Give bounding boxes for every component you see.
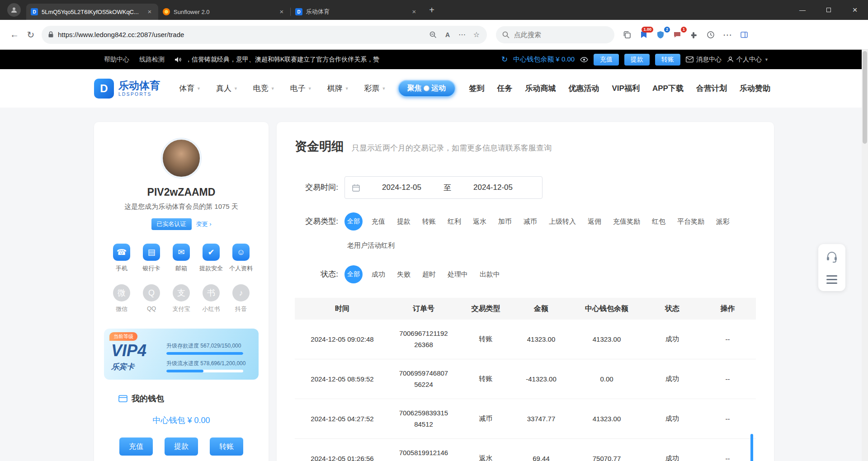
status-chip-processing[interactable]: 处理中 xyxy=(445,268,471,281)
site-logo[interactable]: D 乐动体育 LDSPORTS xyxy=(94,79,160,99)
maximize-button[interactable] xyxy=(816,0,842,20)
nav-link-signin[interactable]: 签到 xyxy=(469,83,485,94)
type-chip-deposit-reward[interactable]: 充值奖励 xyxy=(610,216,643,228)
time-filter-label: 交易时间: xyxy=(295,179,338,197)
type-chip-rebate[interactable]: 返水 xyxy=(470,216,489,228)
refresh-icon[interactable]: ↻ xyxy=(23,27,39,43)
extensions-puzzle-icon[interactable] xyxy=(686,27,702,43)
feature-phone[interactable]: ☎ 手机 xyxy=(108,244,136,273)
nav-link-mall[interactable]: 乐动商城 xyxy=(525,83,556,94)
nav-link-tasks[interactable]: 任务 xyxy=(497,83,513,94)
shield-extension-icon[interactable]: 2 xyxy=(652,27,669,43)
type-chip-deduct-coin[interactable]: 减币 xyxy=(521,216,540,228)
personal-center-link[interactable]: 个人中心 ▼ xyxy=(727,56,769,64)
nav-link-vip[interactable]: VIP福利 xyxy=(612,83,640,94)
more-tools-icon[interactable]: ⋯ xyxy=(455,28,469,42)
type-chip-bonus[interactable]: 红利 xyxy=(445,216,464,228)
tab-close-icon[interactable]: × xyxy=(146,8,154,16)
social-xiaohongshu[interactable]: 书 小红书 xyxy=(197,284,225,313)
douyin-icon: ♪ xyxy=(232,284,250,301)
wallet-refresh-icon[interactable]: ↻ xyxy=(501,55,508,64)
type-chip-red-packet[interactable]: 红包 xyxy=(649,216,668,228)
nav-link-promos[interactable]: 优惠活动 xyxy=(569,83,599,94)
nav-link-sponsor[interactable]: 乐动赞助 xyxy=(740,83,770,94)
tab-close-icon[interactable]: × xyxy=(278,8,286,16)
focus-sports-badge[interactable]: 聚焦 运动 xyxy=(398,80,456,97)
chat-extension-icon[interactable]: 1 xyxy=(669,27,685,43)
social-alipay[interactable]: 支 支付宝 xyxy=(167,284,195,313)
date-range-picker[interactable]: 2024-12-05 至 2024-12-05 xyxy=(344,176,542,199)
line-check-link[interactable]: 线路检测 xyxy=(139,56,165,64)
nav-item-cards[interactable]: 棋牌▼ xyxy=(327,83,349,94)
browser-profile-button[interactable] xyxy=(7,3,21,17)
change-link[interactable]: 变更 › xyxy=(196,220,212,228)
zoom-out-icon[interactable] xyxy=(426,28,440,42)
topbar-deposit-button[interactable]: 充值 xyxy=(594,54,619,66)
customer-service-button[interactable] xyxy=(826,251,838,263)
feature-profile[interactable]: ☺ 个人资料 xyxy=(227,244,255,273)
search-input[interactable] xyxy=(514,31,595,38)
settings-ellipsis-icon[interactable]: ⋯ xyxy=(719,27,736,43)
nav-link-partner[interactable]: 合营计划 xyxy=(696,83,727,94)
eye-icon[interactable] xyxy=(580,57,588,62)
page-scrollbar-thumb[interactable] xyxy=(863,51,867,144)
date-from-value[interactable]: 2024-12-05 xyxy=(360,183,443,192)
nav-item-esports[interactable]: 电竞▼ xyxy=(253,83,275,94)
feature-withdraw-safety[interactable]: ✔ 提款安全 xyxy=(197,244,225,273)
nav-item-slots[interactable]: 电子▼ xyxy=(290,83,312,94)
toolbar-search-box[interactable] xyxy=(496,26,614,43)
tab-close-icon[interactable]: × xyxy=(410,8,418,16)
type-chip-payout[interactable]: 派彩 xyxy=(713,216,732,228)
type-chip-deposit[interactable]: 充值 xyxy=(369,216,388,228)
page-scrollbar[interactable] xyxy=(862,50,868,461)
type-chip-commission[interactable]: 返佣 xyxy=(585,216,604,228)
close-button[interactable]: × xyxy=(842,0,868,20)
nav-item-live[interactable]: 真人▼ xyxy=(216,83,238,94)
table-scrollbar-thumb[interactable] xyxy=(750,434,753,461)
feature-bank-card[interactable]: ▤ 银行卡 xyxy=(137,244,165,273)
social-wechat[interactable]: 微 微信 xyxy=(108,284,136,313)
type-chip-upline-transfer[interactable]: 上级转入 xyxy=(546,216,579,228)
status-chip-failed[interactable]: 失败 xyxy=(394,268,413,281)
type-chip-add-coin[interactable]: 加币 xyxy=(495,216,514,228)
back-icon[interactable]: ← xyxy=(6,27,23,43)
read-aloud-icon[interactable]: A xyxy=(441,28,454,42)
social-douyin[interactable]: ♪ 抖音 xyxy=(227,284,255,313)
transfer-button[interactable]: 转账 xyxy=(210,437,243,456)
copilot-sidebar-icon[interactable] xyxy=(736,27,752,43)
favorite-star-icon[interactable]: ☆ xyxy=(470,28,483,42)
browser-tab-2[interactable]: Sunflower 2.0 × xyxy=(158,4,290,20)
minimize-button[interactable]: — xyxy=(789,0,816,20)
feature-email[interactable]: ✉ 邮箱 xyxy=(167,244,195,273)
date-to-value[interactable]: 2024-12-05 xyxy=(451,183,535,192)
type-chip-old-user-bonus[interactable]: 老用户活动红利 xyxy=(344,240,397,252)
address-bar[interactable]: https://www.ledong842.cc:2087/user/trade… xyxy=(42,26,487,44)
status-chip-success[interactable]: 成功 xyxy=(369,268,388,281)
type-chip-all[interactable]: 全部 xyxy=(344,212,363,230)
type-chip-platform-reward[interactable]: 平台奖励 xyxy=(675,216,707,228)
topbar-withdraw-button[interactable]: 提款 xyxy=(624,54,650,66)
nav-item-sports[interactable]: 体育▼ xyxy=(179,83,201,94)
date-to-word: 至 xyxy=(443,183,451,193)
social-qq[interactable]: Q QQ xyxy=(137,284,165,313)
browser-tab-1[interactable]: D 5LmQ5Yqo5L2T6IKyfOS5kOWKqC... × xyxy=(26,4,158,20)
status-chip-all[interactable]: 全部 xyxy=(344,265,363,283)
topbar-transfer-button[interactable]: 转账 xyxy=(655,54,680,66)
withdraw-button[interactable]: 提款 xyxy=(165,437,198,456)
browser-tab-3[interactable]: D 乐动体育 × xyxy=(291,4,423,20)
wallet-extension-icon[interactable]: 1.00 xyxy=(636,27,652,43)
collections-icon[interactable] xyxy=(619,27,635,43)
status-chip-timeout[interactable]: 超时 xyxy=(420,268,439,281)
type-chip-transfer[interactable]: 转账 xyxy=(420,216,439,228)
menu-button[interactable] xyxy=(826,275,837,284)
member-days-text: 这是您成为乐动体育会员的第 1075 天 xyxy=(104,202,259,211)
nav-item-lottery[interactable]: 彩票▼ xyxy=(364,83,386,94)
deposit-button[interactable]: 充值 xyxy=(119,437,153,456)
help-center-link[interactable]: 帮助中心 xyxy=(104,56,129,64)
type-chip-withdraw[interactable]: 提款 xyxy=(394,216,413,228)
nav-link-app[interactable]: APP下载 xyxy=(652,83,684,94)
history-icon[interactable] xyxy=(703,27,719,43)
message-center-link[interactable]: 消息中心 xyxy=(686,56,722,64)
new-tab-button[interactable]: + xyxy=(425,4,438,17)
status-chip-paying[interactable]: 出款中 xyxy=(477,268,503,281)
